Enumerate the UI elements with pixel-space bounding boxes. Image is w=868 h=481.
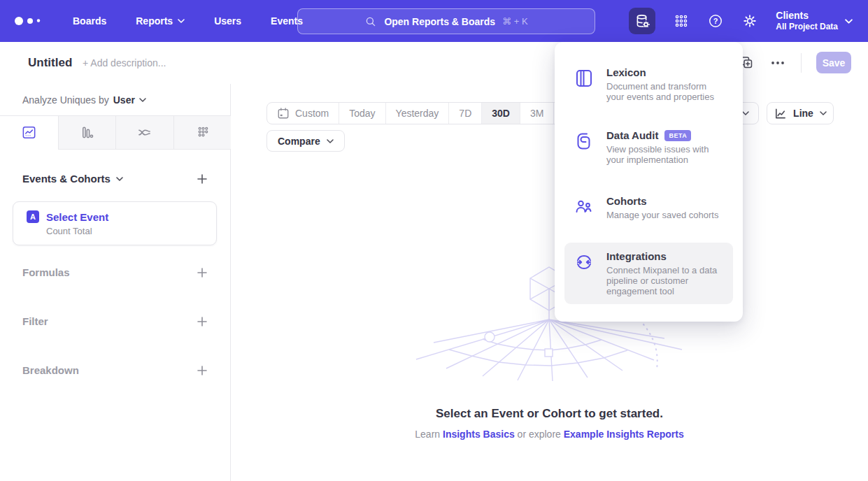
menu-item-title: Data Audit [606,129,658,141]
apps-grid-icon[interactable] [673,13,690,29]
add-formula-button[interactable] [197,267,208,278]
data-audit-icon [574,131,595,152]
lexicon-book-icon [574,68,595,89]
line-chart-tab-icon [21,124,37,141]
bar-chart-tab-icon [79,124,95,141]
tab-flow-chart[interactable] [115,116,173,150]
search-shortcut: ⌘ + K [502,16,528,27]
nav-item-label: Reports [136,15,173,27]
top-navbar: Boards Reports Users Events Open Reports… [0,0,868,42]
date-range-label: Yesterday [396,108,439,119]
query-sidebar: Analyze Uniques by User [0,84,231,481]
chevron-down-icon [139,98,146,102]
line-chart-icon [774,107,787,120]
select-event-button[interactable]: Select Event [46,211,108,223]
nav-item-users[interactable]: Users [214,15,241,27]
chevron-down-icon [178,19,185,23]
empty-state-heading: Select an Event or Cohort to get started… [231,407,868,421]
chevron-down-icon [116,177,123,181]
analyze-value: User [113,94,135,106]
date-range-label: 7D [459,108,471,119]
nav-item-label: Users [214,15,241,27]
date-range-7d[interactable]: 7D [448,103,481,124]
menu-item-description: Document and transform your events and p… [606,81,726,102]
settings-gear-icon[interactable] [741,13,758,29]
menu-item-description: View possible issues with your implement… [606,144,726,165]
breakdown-label: Breakdown [22,364,79,376]
learn-prefix: Learn [415,429,440,440]
events-cohorts-label: Events & Cohorts [22,173,111,185]
menu-item-title: Lexicon [606,66,646,78]
chevron-down-icon [327,139,334,143]
menu-item-cohorts[interactable]: Cohorts Manage your saved cohorts [564,187,733,228]
menu-item-title: Integrations [606,250,667,262]
chart-type-tabs [0,115,231,149]
date-range-30d-selected[interactable]: 30D [481,103,520,124]
compare-label: Compare [278,136,320,147]
add-event-button[interactable] [197,173,208,185]
explore-text: or explore [518,429,561,440]
example-reports-link[interactable]: Example Insights Reports [564,429,684,440]
menu-item-description: Connect Mixpanel to a data pipeline or c… [606,265,726,296]
tab-bar-chart[interactable] [58,116,116,150]
date-range-control: Custom Today Yesterday 7D 30D 3M 6M [266,102,588,124]
data-management-icon[interactable] [629,8,655,34]
project-selector[interactable]: Clients All Project Data [776,10,853,32]
chart-type-dropdown[interactable]: Line [767,102,834,124]
calendar-icon [277,107,290,120]
add-filter-button[interactable] [197,316,208,327]
save-button[interactable]: Save [816,52,851,73]
project-name: Clients [776,10,838,22]
date-range-custom[interactable]: Custom [267,103,339,124]
integrations-sync-icon [574,252,595,273]
compare-dropdown[interactable]: Compare [266,130,345,152]
insights-basics-link[interactable]: Insights Basics [443,429,515,440]
date-range-label: 30D [492,108,510,119]
data-management-menu: Lexicon Document and transform your even… [555,42,743,322]
tab-line-chart[interactable] [0,116,58,150]
date-range-label: Today [349,108,375,119]
analyze-by-dropdown[interactable]: User [113,94,146,106]
report-title[interactable]: Untitled [28,56,72,70]
formulas-label: Formulas [22,266,70,278]
empty-state-subtext: Learn Insights Basics or explore Example… [231,429,868,440]
menu-item-integrations[interactable]: Integrations Connect Mixpanel to a data … [564,243,733,304]
nav-item-reports[interactable]: Reports [136,15,185,27]
menu-item-lexicon[interactable]: Lexicon Document and transform your even… [564,59,733,110]
nav-item-boards[interactable]: Boards [73,15,106,27]
menu-item-description: Manage your saved cohorts [606,210,718,220]
metric-chart-tab-icon [194,124,211,141]
add-description-field[interactable]: + Add description... [83,57,166,69]
analyze-label: Analyze Uniques by [22,94,109,106]
menu-item-title: Cohorts [606,195,647,207]
date-range-label: 3M [530,108,543,119]
date-range-yesterday[interactable]: Yesterday [385,103,449,124]
chevron-down-icon [845,19,853,24]
global-search-input[interactable]: Open Reports & Boards ⌘ + K [297,8,595,34]
filter-label: Filter [22,315,48,327]
nav-links: Boards Reports Users Events [73,15,303,27]
flow-chart-tab-icon [136,124,152,141]
svg-text:?: ? [713,17,718,25]
events-cohorts-header[interactable]: Events & Cohorts [22,173,123,185]
event-aggregation[interactable]: Count Total [46,226,216,236]
add-breakdown-button[interactable] [197,365,208,376]
chevron-down-icon [742,111,749,115]
mixpanel-logo-icon[interactable] [14,14,46,28]
header-divider [801,53,802,73]
more-options-icon[interactable] [769,55,786,71]
help-icon[interactable]: ? [707,13,724,29]
menu-item-data-audit[interactable]: Data Audit BETA View possible issues wit… [564,122,733,173]
navbar-right-cluster: ? Clients All Project Data [629,0,868,42]
chart-type-label: Line [793,108,813,119]
tab-metric-chart[interactable] [173,116,232,150]
beta-badge: BETA [664,130,691,141]
date-range-today[interactable]: Today [339,103,385,124]
event-card[interactable]: A Select Event Count Total [13,201,217,245]
search-icon [364,15,377,28]
date-range-3m[interactable]: 3M [520,103,553,124]
nav-item-label: Boards [73,15,106,27]
cohorts-people-icon [574,196,595,217]
search-placeholder: Open Reports & Boards [384,16,495,27]
event-series-badge: A [27,210,39,223]
